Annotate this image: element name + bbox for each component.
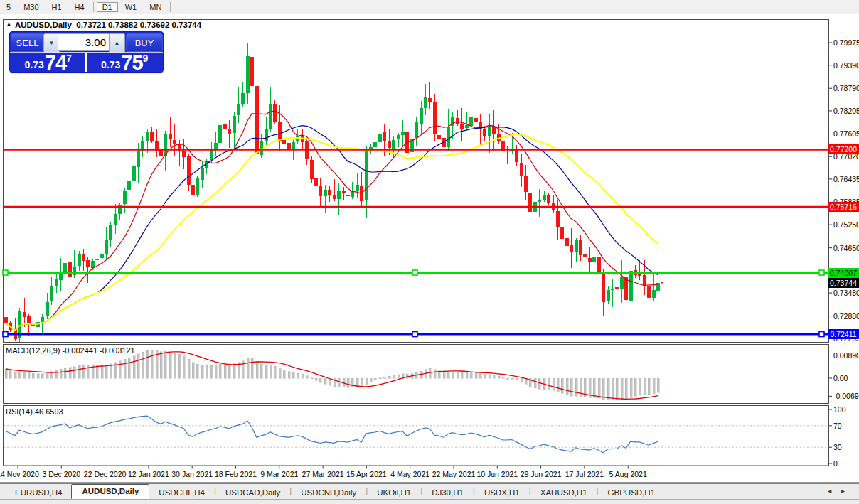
date-axis-label: 29 Jun 2021 [516, 470, 566, 478]
tab-scroll-arrows: ◄► [826, 488, 853, 495]
price-line-badge: 0.74007 [828, 268, 859, 278]
price-axis-label: 0.79975 [833, 38, 859, 47]
date-axis-label: 22 Dec 2020 [80, 470, 130, 478]
date-axis-label: 10 Jun 2021 [472, 470, 522, 478]
tab-usdcad-daily[interactable]: USDCAD,Daily [216, 486, 289, 499]
sell-button[interactable]: SELL [11, 33, 44, 52]
sell-price-main: 74 [45, 53, 66, 72]
macd-axis-label: -0.00697 [833, 392, 859, 400]
volume-input[interactable]: 3.00 [58, 33, 109, 51]
rsi-axis-label: 0 [833, 459, 859, 468]
sell-price[interactable]: 0.73 74 7 [10, 53, 87, 73]
buy-button[interactable]: BUY [126, 33, 163, 52]
tab-scroll-right-icon[interactable]: ► [840, 488, 853, 495]
price-axis-label: 0.76435 [833, 175, 859, 183]
macd-axis-label: 0.00 [833, 374, 859, 382]
date-axis-label: 18 Feb 2021 [211, 470, 261, 478]
rsi-axis-label: 30 [833, 443, 859, 451]
price-divider [85, 53, 87, 72]
date-axis-label: 30 Jan 2021 [167, 470, 217, 478]
date-axis-label: 12 Jan 2021 [124, 470, 174, 478]
volume-increase-icon[interactable]: ▲ [109, 33, 125, 53]
rsi-axis-label: 100 [833, 405, 859, 414]
date-axis-label: 9 Mar 2021 [255, 470, 304, 478]
one-click-trade-panel: SELL ▼ 3.00 ▲ BUY 0.73 74 7 0.73 75 9 [9, 31, 164, 73]
buy-price-main: 75 [121, 53, 142, 72]
date-axis-label: 27 Mar 2021 [298, 470, 348, 478]
tab-ukoil-h1[interactable]: UKOil,H1 [368, 486, 420, 499]
chart-canvas[interactable] [0, 0, 859, 504]
date-axis-label: 22 May 2021 [429, 470, 479, 478]
date-axis-label: 17 Jul 2021 [560, 470, 609, 478]
date-axis-label: 5 Aug 2021 [603, 470, 653, 478]
chart-symbol-period: AUDUSD,Daily [15, 21, 72, 29]
tab-xauusd-h1[interactable]: XAUUSD,H1 [531, 486, 597, 499]
price-axis-label: 0.78790 [833, 84, 859, 92]
tab-dj30-h1[interactable]: DJ30,H1 [422, 486, 473, 499]
price-line-badge: 0.72411 [828, 329, 859, 339]
buy-price-prefix: 0.73 [101, 59, 120, 70]
tab-gbpusd-h1[interactable]: GBPUSD,H1 [599, 486, 664, 499]
price-axis-label: 0.72880 [833, 312, 859, 321]
date-axis-label: 15 Apr 2021 [341, 470, 391, 478]
chart-title-ohlc: AUDUSD,Daily 0.73721 0.73882 0.73692 0.7… [15, 21, 201, 29]
tab-usdchf-h4[interactable]: USDCHF,H4 [149, 486, 214, 499]
rsi-axis-label: 70 [833, 422, 859, 430]
collapse-triangle-icon[interactable]: ▲ [6, 21, 12, 28]
price-line-badge: 0.77200 [828, 144, 859, 154]
price-axis-label: 0.75250 [833, 220, 859, 229]
price-axis-label: 0.73480 [833, 289, 859, 297]
price-axis-label: 0.77605 [833, 129, 859, 138]
price-line-badge: 0.75716 [828, 202, 859, 212]
tab-eurusd-h4[interactable]: EURUSD,H4 [6, 486, 71, 499]
tab-usdcnh-daily[interactable]: USDCNH,Daily [292, 486, 366, 499]
sell-price-pip: 7 [66, 53, 72, 64]
tab-scroll-left-icon[interactable]: ◄ [826, 488, 840, 495]
symbol-tab-bar: EURUSD,H4AUDUSD,DailyUSDCHF,H4|USDCAD,Da… [0, 483, 859, 500]
buy-price-pip: 9 [143, 53, 149, 64]
date-axis-label: 4 May 2021 [385, 470, 435, 478]
sell-price-prefix: 0.73 [25, 59, 44, 70]
price-axis-label: 0.79390 [833, 61, 859, 70]
chart-ohlc-values: 0.73721 0.73882 0.73692 0.73744 [76, 21, 201, 29]
price-axis-label: 0.74650 [833, 244, 859, 252]
price-axis-label: 0.78205 [833, 107, 859, 115]
tab-usdx-h1[interactable]: USDX,H1 [475, 486, 529, 499]
tab-audusd-daily[interactable]: AUDUSD,Daily [71, 484, 149, 499]
volume-decrease-icon[interactable]: ▼ [43, 33, 60, 53]
buy-price[interactable]: 0.73 75 9 [87, 53, 164, 73]
macd-indicator-label: MACD(12,26,9) -0.002441 -0.003121 [6, 346, 135, 355]
rsi-indicator-label: RSI(14) 46.6593 [6, 407, 63, 416]
current-price-badge: 0.73744 [828, 278, 859, 288]
macd-axis-label: 0.008903 [833, 351, 859, 360]
date-axis-label: 3 Dec 2020 [36, 470, 86, 478]
